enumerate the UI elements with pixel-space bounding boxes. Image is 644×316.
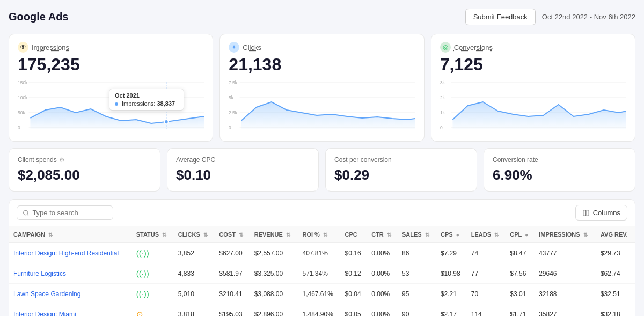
table-row: Interior Design: Miami ⊙ 3,818 $195.03 $… xyxy=(9,304,635,317)
col-leads[interactable]: LEADS ⇅ xyxy=(467,226,506,243)
campaign-leads: 114 xyxy=(467,304,506,317)
campaign-cost: $627.00 xyxy=(215,243,250,263)
campaigns-table: CAMPAIGN ⇅ STATUS ⇅ CLICKS ⇅ COST ⇅ REVE… xyxy=(9,226,635,316)
col-revenue[interactable]: REVENUE ⇅ xyxy=(250,226,298,243)
campaign-clicks: 3,852 xyxy=(174,243,215,263)
campaign-cost: $581.97 xyxy=(215,263,250,284)
conversion-rate-card: Conversion rate 6.90% xyxy=(484,148,635,192)
campaign-avg-rev: $32.18 xyxy=(596,304,635,317)
col-clicks[interactable]: CLICKS ⇅ xyxy=(174,226,215,243)
campaign-revenue: $3,325.00 xyxy=(250,263,298,284)
campaign-avg-rev: $29.73 xyxy=(596,243,635,263)
svg-text:100k: 100k xyxy=(18,95,28,100)
campaign-status: ((·)) xyxy=(132,243,174,263)
date-range: Oct 22nd 2022 - Nov 6th 2022 xyxy=(542,13,635,21)
clicks-label[interactable]: Clicks xyxy=(243,43,261,52)
svg-text:1k: 1k xyxy=(440,110,445,115)
clicks-card: ✦ Clicks 21,138 7.5k 5k 2.5k 0 xyxy=(219,34,424,142)
campaign-cpc: $0.04 xyxy=(341,284,368,304)
campaign-cpl: $8.47 xyxy=(506,243,535,263)
campaign-cps: $2.21 xyxy=(436,284,467,304)
svg-point-26 xyxy=(24,210,28,215)
col-cost[interactable]: COST ⇅ xyxy=(215,226,250,243)
gear-icon[interactable]: ⚙ xyxy=(59,156,65,164)
col-status[interactable]: STATUS ⇅ xyxy=(132,226,174,243)
cost-per-conversion-value: $0.29 xyxy=(334,167,468,183)
col-ctr[interactable]: CTR ⇅ xyxy=(367,226,398,243)
columns-icon xyxy=(582,209,590,217)
conversions-chart: 3k 2k 1k 0 Jan 2021Mar 2021May 2021Jul 2… xyxy=(440,78,626,137)
col-impressions[interactable]: IMPRESSIONS ⇅ xyxy=(535,226,596,243)
avg-cpc-value: $0.10 xyxy=(176,167,310,183)
campaign-name[interactable]: Furniture Logistics xyxy=(9,263,132,284)
cost-per-conversion-card: Cost per conversion $0.29 xyxy=(325,148,477,192)
campaign-sales: 86 xyxy=(398,243,436,263)
cost-per-conversion-label: Cost per conversion xyxy=(334,156,468,164)
col-cpc[interactable]: CPC xyxy=(341,226,368,243)
svg-rect-28 xyxy=(583,210,585,216)
campaign-impressions: 35827 xyxy=(535,304,596,317)
campaign-leads: 77 xyxy=(467,263,506,284)
campaign-cost: $195.03 xyxy=(215,304,250,317)
clicks-chart: 7.5k 5k 2.5k 0 Jan 2021Mar 2021May 2021J… xyxy=(229,78,415,137)
campaign-revenue: $2,557.00 xyxy=(250,243,298,263)
campaign-clicks: 5,010 xyxy=(174,284,215,304)
col-cps[interactable]: CPS ● xyxy=(436,226,467,243)
avg-cpc-card: Average CPC $0.10 xyxy=(167,148,319,192)
conversions-label[interactable]: Conversions xyxy=(454,43,493,52)
campaign-roi: 1,484.90% xyxy=(298,304,340,317)
search-box[interactable] xyxy=(17,205,113,220)
conversion-rate-value: 6.90% xyxy=(493,167,626,183)
campaign-clicks: 4,833 xyxy=(174,263,215,284)
campaign-revenue: $3,088.00 xyxy=(250,284,298,304)
col-sales[interactable]: SALES ⇅ xyxy=(398,226,436,243)
svg-text:0: 0 xyxy=(440,125,443,130)
impressions-icon: 👁 xyxy=(18,42,28,53)
svg-line-27 xyxy=(27,214,28,215)
svg-text:0: 0 xyxy=(229,125,231,130)
client-spends-value: $2,085.00 xyxy=(18,167,151,183)
campaign-cpc: $0.16 xyxy=(341,243,368,263)
campaign-sales: 90 xyxy=(398,304,436,317)
metric-cards-section: 👁 Impressions 175,235 150k 100k 50k xyxy=(9,34,635,142)
avg-cpc-label: Average CPC xyxy=(176,156,310,164)
header-right: Submit Feedback Oct 22nd 2022 - Nov 6th … xyxy=(465,9,635,25)
clicks-header: ✦ Clicks xyxy=(229,42,415,53)
campaign-roi: 407.81% xyxy=(298,243,340,263)
campaign-sales: 53 xyxy=(398,263,436,284)
table-row: Lawn Space Gardening ((·)) 5,010 $210.41… xyxy=(9,284,635,304)
campaign-impressions: 29646 xyxy=(535,263,596,284)
campaign-cpl: $1.71 xyxy=(506,304,535,317)
campaign-ctr: 0.00% xyxy=(367,284,398,304)
col-avg-rev[interactable]: AVG REV. xyxy=(596,226,635,243)
impressions-label[interactable]: Impressions xyxy=(32,43,69,52)
conversion-rate-label: Conversion rate xyxy=(493,156,626,164)
col-campaign[interactable]: CAMPAIGN ⇅ xyxy=(9,226,132,243)
page-title: Google Ads xyxy=(9,11,68,23)
campaign-ctr: 0.00% xyxy=(367,304,398,317)
campaign-name[interactable]: Interior Design: Miami xyxy=(9,304,132,317)
svg-text:2.5k: 2.5k xyxy=(229,110,238,115)
col-roi[interactable]: ROI % ⇅ xyxy=(298,226,340,243)
campaign-roi: 1,467.61% xyxy=(298,284,340,304)
clicks-value: 21,138 xyxy=(229,55,415,75)
stat-cards-section: Client spends ⚙ $2,085.00 Average CPC $0… xyxy=(9,148,635,192)
svg-text:2k: 2k xyxy=(440,95,445,100)
campaign-roi: 571.34% xyxy=(298,263,340,284)
columns-button[interactable]: Columns xyxy=(575,205,627,221)
campaign-name[interactable]: Lawn Space Gardening xyxy=(9,284,132,304)
campaign-status: ((·)) xyxy=(132,263,174,284)
campaign-avg-rev: $32.51 xyxy=(596,284,635,304)
search-input[interactable] xyxy=(32,209,107,217)
campaign-revenue: $2,896.00 xyxy=(250,304,298,317)
col-cpl[interactable]: CPL ● xyxy=(506,226,535,243)
campaign-sales: 95 xyxy=(398,284,436,304)
campaign-name[interactable]: Interior Design: High-end Residential xyxy=(9,243,132,263)
campaign-cps: $2.17 xyxy=(436,304,467,317)
campaigns-table-section: Columns CAMPAIGN ⇅ STATUS ⇅ CLICKS ⇅ COS… xyxy=(9,199,635,316)
svg-text:7.5k: 7.5k xyxy=(229,80,238,85)
campaign-cps: $10.98 xyxy=(436,263,467,284)
svg-text:150k: 150k xyxy=(18,80,28,85)
submit-feedback-button[interactable]: Submit Feedback xyxy=(465,9,536,25)
campaign-cps: $7.29 xyxy=(436,243,467,263)
